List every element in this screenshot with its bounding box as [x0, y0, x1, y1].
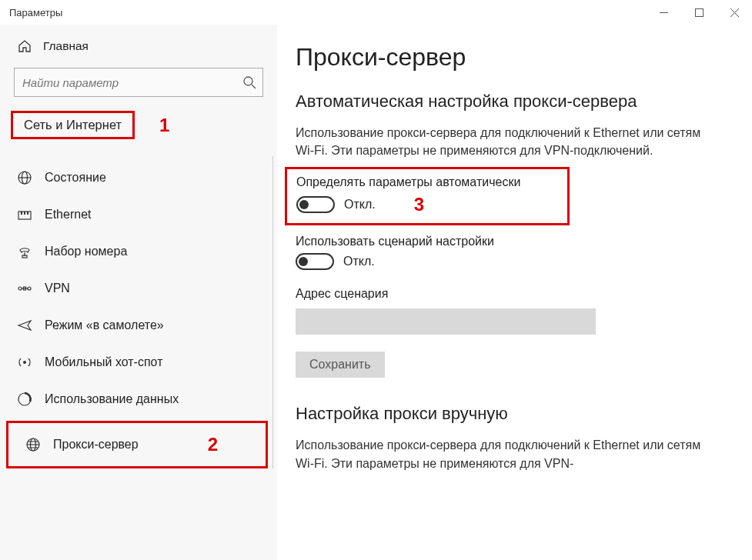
svg-point-15: [18, 287, 22, 290]
sidebar-item-dialup[interactable]: Набор номера: [0, 233, 277, 270]
ethernet-icon: [17, 207, 32, 222]
script-address-input[interactable]: [296, 308, 596, 335]
sidebar-item-ethernet[interactable]: Ethernet: [0, 196, 277, 233]
sidebar-item-label: Режим «в самолете»: [45, 318, 164, 332]
save-button[interactable]: Сохранить: [296, 352, 385, 378]
use-script-label: Использовать сценарий настройки: [296, 235, 734, 248]
sidebar: Главная Сеть и Интернет 1 Состояние: [0, 25, 277, 560]
annotation-box-1: Сеть и Интернет: [11, 111, 135, 139]
annotation-number-3: 3: [414, 194, 424, 215]
auto-detect-state: Откл.: [344, 198, 376, 212]
nav-list: Состояние Ethernet Набор номера VPN: [0, 159, 277, 468]
auto-section-desc: Использование прокси-сервера для подключ…: [296, 124, 711, 159]
use-script-state: Откл.: [343, 255, 375, 268]
svg-rect-12: [27, 212, 28, 215]
svg-rect-10: [21, 212, 22, 215]
manual-section-heading: Настройка прокси вручную: [296, 404, 734, 424]
sidebar-item-vpn[interactable]: VPN: [0, 270, 277, 307]
home-icon: [17, 38, 32, 54]
use-script-toggle[interactable]: [296, 253, 334, 270]
sidebar-item-label: Набор номера: [45, 245, 127, 258]
sidebar-item-proxy[interactable]: Прокси-сервер 2: [6, 421, 268, 468]
search-input[interactable]: [22, 76, 242, 89]
script-address-label: Адрес сценария: [296, 287, 734, 301]
svg-rect-14: [22, 255, 27, 258]
svg-point-16: [28, 287, 31, 290]
hotspot-icon: [17, 355, 32, 370]
vertical-divider: [272, 156, 273, 468]
sidebar-item-hotspot[interactable]: Мобильный хот-спот: [0, 344, 277, 381]
globe-icon: [25, 437, 41, 452]
sidebar-item-status[interactable]: Состояние: [0, 159, 277, 196]
sidebar-item-label: Использование данных: [45, 392, 179, 406]
minimize-button[interactable]: [646, 0, 681, 25]
svg-point-19: [23, 361, 26, 364]
sidebar-item-airplane[interactable]: Режим «в самолете»: [0, 307, 277, 344]
content: Прокси-сервер Автоматическая настройка п…: [277, 25, 752, 560]
page-title: Прокси-сервер: [296, 43, 734, 72]
svg-rect-1: [695, 8, 703, 16]
dialup-icon: [17, 244, 32, 259]
sidebar-item-label: Мобильный хот-спот: [45, 355, 162, 369]
home-link[interactable]: Главная: [0, 31, 277, 65]
auto-detect-label: Определять параметры автоматически: [296, 175, 558, 189]
sidebar-item-label: VPN: [45, 282, 70, 295]
window-title: Параметры: [9, 7, 62, 18]
annotation-number-1: 1: [159, 115, 169, 136]
sidebar-item-data-usage[interactable]: Использование данных: [0, 381, 277, 418]
close-button[interactable]: [717, 0, 752, 25]
auto-detect-toggle[interactable]: [296, 196, 335, 213]
annotation-box-3: Определять параметры автоматически Откл.…: [285, 167, 570, 225]
maximize-button[interactable]: [681, 0, 717, 25]
sidebar-item-label: Прокси-сервер: [53, 438, 139, 452]
data-usage-icon: [17, 392, 32, 407]
globe-icon: [17, 170, 32, 185]
section-label: Сеть и Интернет: [24, 118, 122, 132]
svg-rect-11: [24, 212, 25, 215]
airplane-icon: [17, 318, 32, 333]
annotation-number-2: 2: [208, 434, 218, 455]
svg-line-5: [252, 85, 256, 88]
search-box[interactable]: [14, 68, 263, 97]
home-label: Главная: [43, 39, 89, 53]
search-icon: [242, 75, 256, 89]
titlebar: Параметры: [0, 0, 752, 25]
section-header-row: Сеть и Интернет 1: [0, 111, 277, 139]
sidebar-item-label: Ethernet: [45, 208, 91, 222]
auto-section-heading: Автоматическая настройка прокси-сервера: [296, 92, 734, 112]
vpn-icon: [17, 281, 32, 296]
manual-section-desc: Использование прокси-сервера для подключ…: [296, 436, 711, 472]
svg-point-4: [244, 77, 252, 85]
sidebar-item-label: Состояние: [45, 171, 106, 185]
